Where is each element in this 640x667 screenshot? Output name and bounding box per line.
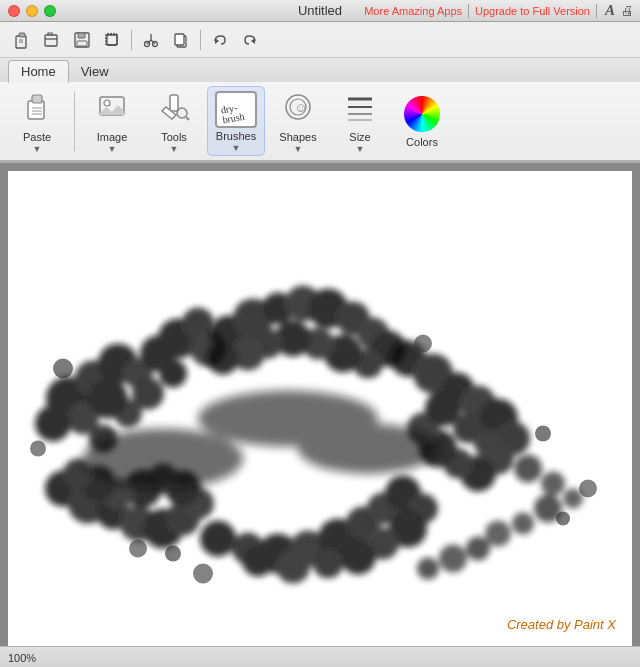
svg-point-82 (474, 430, 502, 458)
image-ribbon-icon (96, 91, 128, 127)
undo-icon (211, 31, 229, 49)
ribbon-size[interactable]: Size ▼ (331, 86, 389, 156)
qt-redo-btn[interactable] (236, 27, 264, 53)
ribbon-shapes[interactable]: ☺ Shapes ▼ (269, 86, 327, 156)
svg-line-28 (186, 117, 189, 120)
brushes-label: Brushes (216, 130, 256, 142)
cut-icon (142, 31, 160, 49)
svg-rect-20 (32, 95, 42, 103)
paste-arrow: ▼ (33, 144, 42, 154)
brushes-icon-box: dry- brush (215, 91, 257, 128)
crop-icon (103, 31, 121, 49)
svg-point-111 (514, 455, 542, 483)
svg-point-122 (414, 335, 432, 353)
shapes-label: Shapes (279, 131, 316, 143)
svg-point-129 (83, 429, 243, 489)
qt-copy-btn[interactable] (167, 27, 195, 53)
ribbon-tools[interactable]: Tools ▼ (145, 86, 203, 156)
svg-point-53 (88, 379, 128, 419)
size-arrow: ▼ (356, 144, 365, 154)
credit-text: Created by Paint X (507, 617, 616, 632)
svg-point-131 (298, 424, 438, 474)
image-label: Image (97, 131, 128, 143)
qt-crop-btn[interactable] (98, 27, 126, 53)
maximize-button[interactable] (44, 5, 56, 17)
qt-separator-1 (131, 30, 132, 50)
print-icon[interactable]: 🖨 (619, 3, 636, 18)
svg-marker-18 (251, 38, 255, 44)
titlebar-right: More Amazing Apps Upgrade to Full Versio… (358, 2, 640, 19)
svg-marker-17 (215, 38, 219, 44)
paste-ribbon-icon (21, 91, 53, 127)
ribbon-image[interactable]: Image ▼ (83, 86, 141, 156)
qt-separator-2 (200, 30, 201, 50)
window-title: Untitled (298, 3, 342, 18)
save-icon (73, 31, 91, 49)
qt-undo-btn[interactable] (206, 27, 234, 53)
redo-icon (241, 31, 259, 49)
colors-label: Colors (406, 136, 438, 148)
svg-point-96 (200, 521, 236, 557)
more-apps-link[interactable]: More Amazing Apps (358, 5, 468, 17)
svg-point-120 (30, 441, 46, 457)
qt-paste-btn[interactable] (8, 27, 36, 53)
titlebar: Untitled More Amazing Apps Upgrade to Fu… (0, 0, 640, 22)
window-controls (0, 5, 56, 17)
canvas-inner[interactable]: Created by Paint X (8, 171, 632, 646)
svg-point-116 (485, 521, 511, 547)
shapes-ribbon-icon: ☺ (282, 91, 314, 127)
ribbon: Paste ▼ Image ▼ (0, 82, 640, 162)
svg-rect-8 (107, 35, 117, 45)
svg-rect-4 (45, 35, 57, 46)
svg-point-112 (541, 472, 565, 496)
qt-open-btn[interactable] (38, 27, 66, 53)
tools-ribbon-icon (158, 91, 190, 127)
svg-point-50 (159, 360, 187, 388)
menu-tabs: Home View (0, 58, 640, 82)
minimize-button[interactable] (26, 5, 38, 17)
paste-label: Paste (23, 131, 51, 143)
svg-point-27 (177, 108, 187, 118)
ribbon-sep-1 (74, 91, 75, 151)
svg-point-108 (313, 549, 343, 579)
font-icon[interactable]: A (603, 2, 617, 19)
toolbar-area: Home View Paste ▼ (0, 22, 640, 163)
svg-point-117 (466, 537, 490, 561)
color-wheel-icon (404, 96, 440, 132)
svg-point-121 (53, 359, 73, 379)
svg-rect-6 (78, 33, 85, 38)
copy-icon (172, 31, 190, 49)
canvas-container[interactable]: Created by Paint X (0, 163, 640, 646)
qt-cut-btn[interactable] (137, 27, 165, 53)
size-label: Size (349, 131, 370, 143)
close-button[interactable] (8, 5, 20, 17)
svg-point-123 (535, 426, 551, 442)
svg-point-107 (340, 539, 376, 575)
svg-point-25 (104, 100, 110, 106)
tools-arrow: ▼ (170, 144, 179, 154)
ribbon-brushes[interactable]: dry- brush Brushes ▼ (207, 86, 265, 156)
paste-icon (13, 31, 31, 49)
tab-view[interactable]: View (69, 61, 121, 82)
svg-point-110 (242, 545, 274, 577)
svg-rect-7 (77, 41, 87, 46)
svg-rect-1 (19, 33, 25, 37)
tab-home[interactable]: Home (8, 60, 69, 83)
svg-rect-26 (170, 95, 178, 111)
ribbon-colors[interactable]: Colors (393, 86, 451, 156)
titlebar-icons: A 🖨 (597, 2, 636, 19)
open-icon (43, 31, 61, 49)
paint-canvas[interactable] (8, 171, 632, 646)
ribbon-paste[interactable]: Paste ▼ (8, 86, 66, 156)
svg-text:☺: ☺ (294, 100, 307, 115)
svg-point-115 (512, 513, 534, 535)
statusbar: 100% (0, 646, 640, 667)
svg-rect-19 (28, 101, 44, 119)
brushes-arrow: ▼ (232, 143, 241, 153)
qt-save-btn[interactable] (68, 27, 96, 53)
svg-rect-16 (175, 34, 184, 45)
upgrade-link[interactable]: Upgrade to Full Version (469, 5, 596, 17)
svg-point-118 (439, 545, 467, 573)
size-ribbon-icon (344, 91, 376, 127)
zoom-level: 100% (8, 652, 36, 664)
